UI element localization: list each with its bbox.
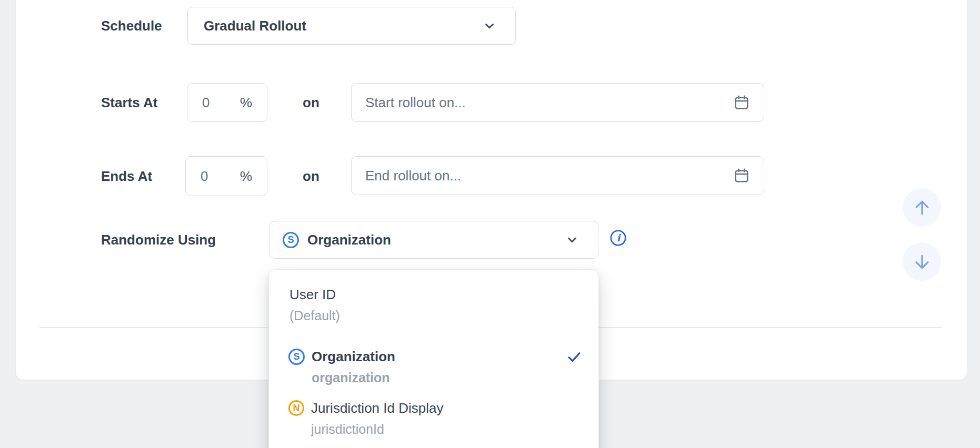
chevron-down-icon (565, 233, 579, 247)
string-attribute-icon: S (288, 349, 305, 365)
scroll-down-button[interactable] (903, 242, 941, 281)
schedule-select-value: Gradual Rollout (204, 18, 306, 34)
schedule-label: Schedule (101, 17, 162, 35)
starts-at-percent-box: % (187, 83, 267, 122)
menu-item-title: User ID (289, 286, 340, 303)
starts-at-label: Starts At (101, 94, 157, 111)
check-icon (566, 349, 583, 365)
calendar-icon[interactable] (733, 94, 750, 111)
randomize-using-label: Randomize Using (101, 231, 216, 249)
randomize-using-select-value: Organization (307, 232, 391, 248)
randomize-using-select[interactable]: S Organization (269, 221, 598, 259)
calendar-icon[interactable] (733, 167, 750, 184)
arrow-down-icon (912, 251, 933, 272)
chevron-down-icon (483, 19, 496, 33)
string-attribute-icon: S (283, 232, 299, 248)
menu-item-title: Jurisdiction Id Display (311, 399, 443, 417)
start-rollout-date-input[interactable] (352, 84, 764, 121)
ends-at-label: Ends At (101, 167, 152, 185)
schedule-select[interactable]: Gradual Rollout (187, 7, 516, 45)
end-rollout-date-input[interactable] (352, 157, 764, 195)
svg-text:i: i (616, 232, 621, 243)
info-icon[interactable]: i (609, 229, 627, 247)
scroll-up-button[interactable] (903, 188, 941, 227)
menu-item-subtitle: organization (312, 369, 395, 386)
ends-at-date-box (351, 156, 764, 195)
ends-at-on-label: on (303, 167, 319, 185)
randomize-using-dropdown-menu: User ID (Default) S Organization organiz… (268, 269, 599, 448)
menu-item-organization[interactable]: S Organization organization (289, 348, 583, 386)
menu-item-subtitle: jurisdictionId (311, 420, 443, 438)
page: Schedule Gradual Rollout Starts At % on … (0, 0, 980, 448)
number-attribute-icon: N (288, 400, 304, 416)
ends-at-percent-input[interactable] (201, 168, 232, 185)
menu-item-subtitle: (Default) (289, 307, 340, 324)
ends-at-percent-suffix: % (240, 168, 252, 185)
arrow-up-icon (912, 197, 933, 218)
starts-at-percent-input[interactable] (202, 95, 234, 111)
starts-at-date-box (351, 83, 764, 122)
menu-item-jurisdiction-id-display[interactable]: N Jurisdiction Id Display jurisdictionId (289, 399, 583, 438)
menu-item-title: Organization (312, 348, 395, 365)
ends-at-percent-box: % (185, 156, 267, 196)
starts-at-percent-suffix: % (240, 95, 252, 111)
starts-at-on-label: on (303, 94, 319, 111)
menu-item-user-id[interactable]: User ID (Default) (289, 286, 583, 324)
